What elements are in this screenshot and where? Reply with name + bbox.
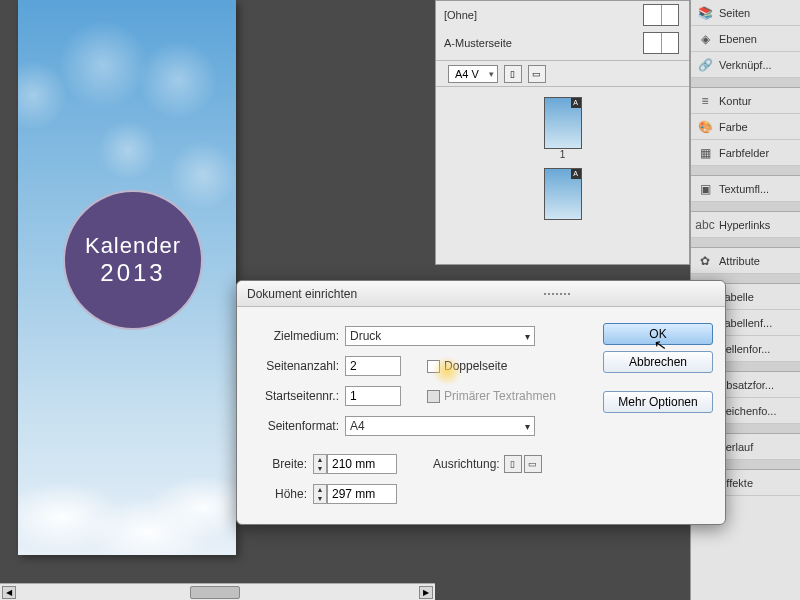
sidebar-label: Farbe xyxy=(719,121,748,133)
sidebar-label: Ebenen xyxy=(719,33,757,45)
attribute-icon: ✿ xyxy=(697,253,713,269)
sidebar-label: Zellenfor... xyxy=(719,343,770,355)
hoehe-input[interactable] xyxy=(327,484,397,504)
sidebar-label: Textumfl... xyxy=(719,183,769,195)
scroll-right-arrow[interactable]: ▶ xyxy=(419,586,433,599)
sidebar-label: Farbfelder xyxy=(719,147,769,159)
ebenen-icon: ◈ xyxy=(697,31,713,47)
startseitennr-input[interactable] xyxy=(345,386,401,406)
sidebar-label: Verknüpf... xyxy=(719,59,772,71)
label-zielmedium: Zielmedium: xyxy=(249,329,345,343)
sidebar-item-farbfelder[interactable]: ▦Farbfelder xyxy=(691,140,800,166)
scroll-left-arrow[interactable]: ◀ xyxy=(2,586,16,599)
page-thumbnail-1[interactable]: A xyxy=(544,97,582,149)
master-thumb-a xyxy=(643,32,679,54)
sidebar-label: Hyperlinks xyxy=(719,219,770,231)
sidebar-item-hyperlinks[interactable]: abcHyperlinks xyxy=(691,212,800,238)
sidebar-label: Tabellenf... xyxy=(719,317,772,329)
sidebar-label: Attribute xyxy=(719,255,760,267)
label-hoehe: Höhe: xyxy=(249,487,313,501)
master-badge: A xyxy=(571,169,581,179)
master-row-a[interactable]: A-Musterseite xyxy=(436,29,689,57)
farbe-icon: 🎨 xyxy=(697,119,713,135)
kontur-icon: ≡ xyxy=(697,93,713,109)
master-badge: A xyxy=(571,98,581,108)
seitenformat-dropdown[interactable]: A4 xyxy=(345,416,535,436)
sidebar-label: Kontur xyxy=(719,95,751,107)
doppelseite-checkbox[interactable] xyxy=(427,360,440,373)
calendar-title-circle: Kalender 2013 xyxy=(63,190,203,330)
orientation-portrait-icon[interactable]: ▯ xyxy=(504,65,522,83)
more-options-button[interactable]: Mehr Optionen xyxy=(603,391,713,413)
document-setup-dialog: Dokument einrichten Zielmedium: Druck Se… xyxy=(236,280,726,525)
sidebar-label: Zeichenfo... xyxy=(719,405,776,417)
zielmedium-dropdown[interactable]: Druck xyxy=(345,326,535,346)
orientation-portrait-button[interactable]: ▯ xyxy=(504,455,522,473)
sidebar-item-ebenen[interactable]: ◈Ebenen xyxy=(691,26,800,52)
sidebar-item-kontur[interactable]: ≡Kontur xyxy=(691,88,800,114)
orientation-landscape-icon[interactable]: ▭ xyxy=(528,65,546,83)
sidebar-label: Absatzfor... xyxy=(719,379,774,391)
sidebar-item-seiten[interactable]: 📚Seiten xyxy=(691,0,800,26)
ok-button[interactable]: OK xyxy=(603,323,713,345)
label-startseitennr: Startseitennr.: xyxy=(249,389,345,403)
page-thumbnail-2[interactable]: A xyxy=(544,168,582,220)
primaer-textrahmen-checkbox xyxy=(427,390,440,403)
seitenanzahl-input[interactable] xyxy=(345,356,401,376)
scroll-thumb[interactable] xyxy=(190,586,240,599)
title-line-2: 2013 xyxy=(100,259,165,287)
master-row-none[interactable]: [Ohne] xyxy=(436,1,689,29)
page-thumbnails: A 1 A xyxy=(436,87,689,230)
cancel-button[interactable]: Abbrechen xyxy=(603,351,713,373)
hyperlinks-icon: abc xyxy=(697,217,713,233)
master-pages-list: [Ohne] A-Musterseite xyxy=(436,1,689,61)
master-thumb-none xyxy=(643,4,679,26)
label-seitenformat: Seitenformat: xyxy=(249,419,345,433)
orientation-landscape-button[interactable]: ▭ xyxy=(524,455,542,473)
textumfl-icon: ▣ xyxy=(697,181,713,197)
dialog-grip-icon xyxy=(543,292,571,296)
hoehe-spinner[interactable]: ▲▼ xyxy=(313,484,327,504)
label-breite: Breite: xyxy=(249,457,313,471)
document-page: Kalender 2013 xyxy=(18,0,236,555)
label-seitenanzahl: Seitenanzahl: xyxy=(249,359,345,373)
page-number: 1 xyxy=(544,149,582,160)
breite-spinner[interactable]: ▲▼ xyxy=(313,454,327,474)
label-ausrichtung: Ausrichtung: xyxy=(433,457,500,471)
breite-input[interactable] xyxy=(327,454,397,474)
dialog-title[interactable]: Dokument einrichten xyxy=(237,281,725,307)
page-format-bar: A4 V ▯ ▭ xyxy=(436,61,689,87)
title-line-1: Kalender xyxy=(85,233,181,259)
master-label: [Ohne] xyxy=(444,9,477,21)
seiten-icon: 📚 xyxy=(697,5,713,21)
label-doppelseite: Doppelseite xyxy=(444,359,507,373)
label-primaer: Primärer Textrahmen xyxy=(444,389,556,403)
verknpf-icon: 🔗 xyxy=(697,57,713,73)
farbfelder-icon: ▦ xyxy=(697,145,713,161)
sidebar-item-farbe[interactable]: 🎨Farbe xyxy=(691,114,800,140)
sidebar-item-attribute[interactable]: ✿Attribute xyxy=(691,248,800,274)
sidebar-item-textumfl[interactable]: ▣Textumfl... xyxy=(691,176,800,202)
horizontal-scrollbar[interactable]: ◀ ▶ xyxy=(0,583,435,600)
master-label: A-Musterseite xyxy=(444,37,512,49)
page-format-dropdown[interactable]: A4 V xyxy=(448,65,498,83)
sidebar-item-verknpf[interactable]: 🔗Verknüpf... xyxy=(691,52,800,78)
sidebar-label: Seiten xyxy=(719,7,750,19)
pages-panel: [Ohne] A-Musterseite A4 V ▯ ▭ A 1 A xyxy=(435,0,690,265)
